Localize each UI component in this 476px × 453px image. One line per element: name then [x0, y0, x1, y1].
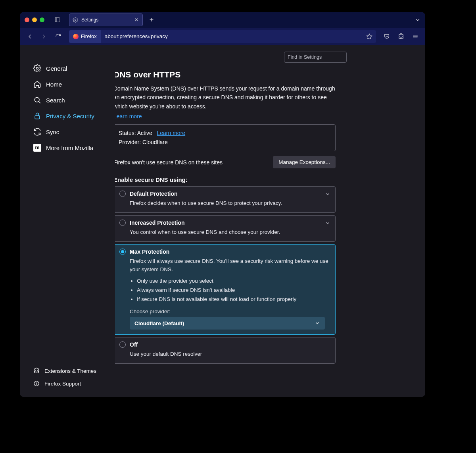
titlebar: Settings ✕ + — [20, 12, 425, 28]
sidebar-item-mozilla[interactable]: m More from Mozilla — [33, 140, 115, 156]
option-sub: Use your default DNS resolver — [130, 350, 330, 359]
sidebar-item-home[interactable]: Home — [33, 76, 115, 92]
sidebar-toggle-icon[interactable] — [53, 15, 62, 24]
svg-rect-10 — [35, 116, 40, 119]
status-label: Status: Active — [119, 130, 152, 136]
mozilla-icon: m — [33, 144, 41, 152]
toolbar: Firefox about:preferences#privacy — [20, 28, 425, 45]
url-text: about:preferences#privacy — [101, 33, 168, 39]
svg-rect-1 — [55, 18, 57, 22]
option-max[interactable]: Max Protection Firefox will always use s… — [115, 244, 336, 335]
search-placeholder: Find in Settings — [288, 54, 322, 60]
list-tabs-button[interactable] — [413, 15, 422, 24]
option-title: Off — [130, 341, 138, 348]
manage-exceptions-button[interactable]: Manage Exceptions... — [273, 156, 336, 168]
window-controls — [25, 17, 44, 22]
sidebar-item-sync[interactable]: Sync — [33, 124, 115, 140]
bullet: Only use the provider you select — [137, 278, 330, 284]
sidebar-item-extensions[interactable]: Extensions & Themes — [33, 364, 115, 377]
content: General Home Search Privacy & Security S… — [20, 45, 425, 397]
close-tab-icon[interactable]: ✕ — [134, 17, 139, 23]
sidebar-item-search[interactable]: Search — [33, 92, 115, 108]
option-default[interactable]: Default Protection Firefox decides when … — [115, 186, 336, 213]
new-tab-button[interactable]: + — [146, 14, 157, 25]
maximize-window-button[interactable] — [40, 17, 44, 22]
sidebar-item-general[interactable]: General — [33, 60, 115, 76]
home-icon — [33, 80, 41, 88]
exceptions-text: Firefox won't use secure DNS on these si… — [115, 159, 223, 166]
radio-off[interactable] — [119, 341, 126, 348]
search-icon — [33, 96, 41, 104]
svg-rect-0 — [55, 18, 60, 22]
extensions-button[interactable] — [395, 31, 407, 42]
chevron-down-icon — [315, 320, 320, 326]
settings-main: Find in Settings DNS over HTTPS Domain N… — [115, 45, 425, 397]
sidebar-item-label: Privacy & Security — [46, 113, 94, 120]
status-learn-more-link[interactable]: Learn more — [157, 130, 186, 136]
svg-point-7 — [36, 67, 38, 69]
enable-heading: Enable secure DNS using: — [115, 176, 336, 183]
reload-button[interactable] — [52, 31, 64, 42]
sidebar-item-label: Extensions & Themes — [44, 368, 96, 374]
settings-sidebar: General Home Search Privacy & Security S… — [20, 45, 115, 397]
status-box: Status: Active Learn more Provider: Clou… — [115, 124, 336, 151]
option-off[interactable]: Off Use your default DNS resolver — [115, 337, 336, 364]
provider-value: Cloudflare (Default) — [134, 320, 184, 326]
identity-badge[interactable]: Firefox — [69, 30, 101, 43]
chevron-down-icon — [325, 220, 330, 227]
svg-point-12 — [36, 385, 37, 385]
firefox-logo-icon — [73, 34, 79, 39]
provider-select[interactable]: Cloudflare (Default) — [130, 317, 325, 330]
option-sub: You control when to use secure DNS and c… — [130, 228, 330, 237]
bullet: Always warn if secure DNS isn't availabl… — [137, 287, 330, 293]
svg-point-2 — [75, 19, 76, 21]
settings-search-input[interactable]: Find in Settings — [284, 52, 347, 63]
bullet: If secure DNS is not available sites wil… — [137, 296, 330, 302]
pocket-button[interactable] — [381, 31, 393, 42]
sidebar-item-label: More from Mozilla — [46, 145, 93, 151]
option-sub: Firefox will always use secure DNS. You'… — [130, 257, 330, 274]
svg-marker-3 — [367, 34, 372, 39]
option-increased[interactable]: Increased Protection You control when to… — [115, 215, 336, 242]
gear-icon — [73, 17, 78, 23]
tab-title: Settings — [81, 17, 98, 23]
provider-label: Provider: Cloudflare — [119, 138, 330, 147]
sidebar-item-label: Firefox Support — [44, 381, 81, 387]
url-bar[interactable]: Firefox about:preferences#privacy — [69, 30, 376, 43]
help-icon — [33, 380, 40, 387]
option-title: Increased Protection — [130, 220, 185, 226]
lock-icon — [33, 112, 41, 120]
option-title: Default Protection — [130, 191, 178, 197]
sidebar-item-label: Search — [46, 97, 65, 104]
tab-settings[interactable]: Settings ✕ — [69, 13, 143, 26]
chevron-down-icon — [325, 191, 330, 198]
sidebar-item-label: Sync — [46, 129, 59, 135]
minimize-window-button[interactable] — [32, 17, 37, 22]
radio-max[interactable] — [119, 249, 126, 255]
radio-default[interactable] — [119, 191, 126, 197]
sidebar-item-label: Home — [46, 81, 62, 88]
page-heading: DNS over HTTPS — [115, 70, 336, 79]
svg-line-9 — [38, 101, 40, 103]
sync-icon — [33, 128, 41, 136]
option-bullets: Only use the provider you select Always … — [137, 278, 330, 302]
choose-provider-label: Choose provider: — [130, 308, 330, 314]
gear-icon — [33, 64, 41, 72]
radio-increased[interactable] — [119, 220, 126, 226]
app-menu-button[interactable] — [409, 31, 421, 42]
bookmark-star-icon[interactable] — [363, 30, 376, 43]
close-window-button[interactable] — [25, 17, 29, 22]
forward-button[interactable] — [38, 31, 50, 42]
back-button[interactable] — [24, 31, 36, 42]
identity-label: Firefox — [81, 33, 97, 39]
sidebar-item-privacy[interactable]: Privacy & Security — [33, 108, 115, 124]
option-title: Max Protection — [130, 249, 169, 255]
puzzle-icon — [33, 368, 40, 374]
browser-window: Settings ✕ + Firefox about:preferences#p… — [20, 12, 425, 397]
learn-more-link[interactable]: Learn more — [115, 113, 142, 120]
intro-text: Domain Name System (DNS) over HTTPS send… — [115, 84, 336, 111]
sidebar-item-label: General — [46, 65, 67, 72]
sidebar-item-support[interactable]: Firefox Support — [33, 377, 115, 390]
option-sub: Firefox decides when to use secure DNS t… — [130, 199, 330, 208]
